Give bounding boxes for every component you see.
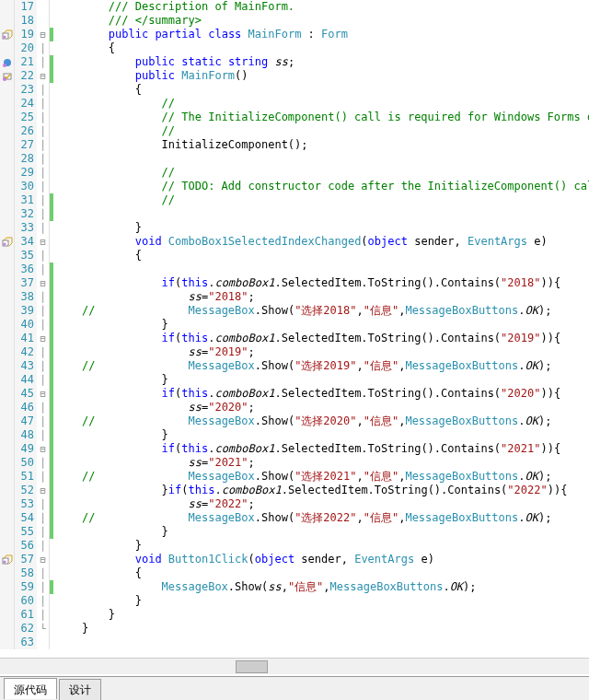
code-text[interactable]: // [53, 124, 589, 138]
code-line[interactable]: 41⊟ if(this.comboBox1.SelectedItem.ToStr… [0, 332, 589, 345]
code-line[interactable]: 43│ // MessageBox.Show("选择2019","信息",Mes… [0, 359, 589, 373]
code-line[interactable]: 51│ // MessageBox.Show("选择2021","信息",Mes… [0, 470, 589, 484]
code-line[interactable]: 53│ ss="2022"; [0, 497, 589, 511]
code-line[interactable]: 52⊟ }if(this.comboBox1.SelectedItem.ToSt… [0, 484, 589, 497]
code-text[interactable]: { [53, 41, 589, 55]
code-text[interactable]: }if(this.comboBox1.SelectedItem.ToString… [53, 484, 589, 497]
code-line[interactable]: 17 /// Description of MainForm. [0, 0, 589, 14]
code-line[interactable]: 26│ // [0, 124, 589, 138]
fold-toggle[interactable]: ⊟ [37, 442, 50, 456]
code-text[interactable]: } [53, 221, 589, 235]
fold-toggle[interactable]: ⊟ [37, 332, 50, 345]
code-line[interactable]: 58│ { [0, 566, 589, 580]
fold-toggle[interactable]: ⊟ [37, 235, 50, 249]
fold-toggle[interactable]: ⊟ [37, 387, 50, 401]
code-text[interactable]: // [53, 166, 589, 180]
code-line[interactable]: 60│ } [0, 594, 589, 608]
code-line[interactable]: 37⊟ if(this.comboBox1.SelectedItem.ToStr… [0, 276, 589, 290]
code-line[interactable]: 61│ } [0, 608, 589, 622]
code-line[interactable]: 22⊟ public MainForm() [0, 69, 589, 83]
code-editor[interactable]: 17 /// Description of MainForm.18 /// </… [0, 0, 589, 674]
tab-design[interactable]: 设计 [59, 679, 101, 700]
code-text[interactable] [53, 152, 589, 166]
code-text[interactable]: { [53, 83, 589, 97]
fold-toggle[interactable]: ⊟ [37, 69, 50, 83]
code-line[interactable]: 46│ ss="2020"; [0, 401, 589, 414]
code-line[interactable]: 21│ public static string ss; [0, 55, 589, 69]
code-line[interactable]: 33│ } [0, 221, 589, 235]
code-text[interactable]: // The InitializeComponent() call is req… [53, 111, 589, 124]
code-line[interactable]: 39│ // MessageBox.Show("选择2018","信息",Mes… [0, 304, 589, 318]
code-line[interactable]: 47│ // MessageBox.Show("选择2020","信息",Mes… [0, 414, 589, 428]
fold-toggle[interactable]: ⊟ [37, 553, 50, 566]
code-line[interactable]: 59│ MessageBox.Show(ss,"信息",MessageBoxBu… [0, 580, 589, 594]
fold-toggle[interactable]: ⊟ [37, 276, 50, 290]
code-text[interactable]: { [53, 566, 589, 580]
code-line[interactable]: 34⊟ void ComboBox1SelectedIndexChanged(o… [0, 235, 589, 249]
code-line[interactable]: 42│ ss="2019"; [0, 345, 589, 359]
code-text[interactable]: if(this.comboBox1.SelectedItem.ToString(… [53, 442, 589, 456]
code-line[interactable]: 28│ [0, 152, 589, 166]
code-line[interactable]: 31│ // [0, 193, 589, 207]
code-line[interactable]: 23│ { [0, 83, 589, 97]
fold-toggle[interactable]: ⊟ [37, 28, 50, 41]
code-line[interactable]: 56│ } [0, 539, 589, 553]
code-line[interactable]: 48│ } [0, 428, 589, 442]
code-text[interactable]: // MessageBox.Show("选择2018","信息",Message… [53, 304, 589, 318]
code-line[interactable]: 50│ ss="2021"; [0, 456, 589, 470]
code-text[interactable]: } [53, 525, 589, 539]
code-line[interactable]: 62└ } [0, 622, 589, 636]
code-text[interactable]: if(this.comboBox1.SelectedItem.ToString(… [53, 387, 589, 401]
code-text[interactable]: } [53, 318, 589, 332]
code-line[interactable]: 36│ [0, 262, 589, 276]
code-text[interactable]: // MessageBox.Show("选择2021","信息",Message… [53, 470, 589, 484]
code-text[interactable]: // MessageBox.Show("选择2022","信息",Message… [53, 511, 589, 525]
code-line[interactable]: 55│ } [0, 525, 589, 539]
code-line[interactable]: 30│ // TODO: Add constructor code after … [0, 180, 589, 193]
code-text[interactable]: } [53, 608, 589, 622]
code-text[interactable]: MessageBox.Show(ss,"信息",MessageBoxButton… [53, 580, 589, 594]
code-text[interactable]: void ComboBox1SelectedIndexChanged(objec… [53, 235, 589, 249]
code-text[interactable]: // [53, 97, 589, 111]
code-text[interactable]: ss="2022"; [53, 497, 589, 511]
code-text[interactable]: public MainForm() [53, 69, 589, 83]
code-line[interactable]: 35│ { [0, 249, 589, 262]
code-text[interactable]: } [53, 373, 589, 387]
code-text[interactable]: InitializeComponent(); [53, 138, 589, 152]
code-line[interactable]: 54│ // MessageBox.Show("选择2022","信息",Mes… [0, 511, 589, 525]
code-text[interactable]: ss="2020"; [53, 401, 589, 414]
code-text[interactable]: public static string ss; [53, 55, 589, 69]
code-line[interactable]: 40│ } [0, 318, 589, 332]
code-text[interactable]: } [53, 594, 589, 608]
code-line[interactable]: 19⊟ public partial class MainForm : Form [0, 28, 589, 41]
code-line[interactable]: 63 [0, 636, 589, 649]
code-text[interactable]: ss="2019"; [53, 345, 589, 359]
code-text[interactable]: if(this.comboBox1.SelectedItem.ToString(… [53, 332, 589, 345]
code-line[interactable]: 44│ } [0, 373, 589, 387]
code-line[interactable]: 18 /// </summary> [0, 14, 589, 28]
code-text[interactable]: ss="2021"; [53, 456, 589, 470]
code-text[interactable]: public partial class MainForm : Form [53, 28, 589, 41]
code-text[interactable] [53, 207, 589, 221]
code-line[interactable]: 29│ // [0, 166, 589, 180]
code-text[interactable]: } [53, 539, 589, 553]
code-text[interactable]: if(this.comboBox1.SelectedItem.ToString(… [53, 276, 589, 290]
code-text[interactable] [53, 636, 589, 649]
code-line[interactable]: 24│ // [0, 97, 589, 111]
code-line[interactable]: 45⊟ if(this.comboBox1.SelectedItem.ToStr… [0, 387, 589, 401]
code-text[interactable]: // [53, 193, 589, 207]
code-line[interactable]: 57⊟ void Button1Click(object sender, Eve… [0, 553, 589, 566]
code-line[interactable]: 25│ // The InitializeComponent() call is… [0, 111, 589, 124]
code-text[interactable]: void Button1Click(object sender, EventAr… [53, 553, 589, 566]
code-text[interactable]: /// </summary> [53, 14, 589, 28]
code-text[interactable] [53, 262, 589, 276]
code-text[interactable]: ss="2018"; [53, 290, 589, 304]
code-text[interactable]: } [53, 428, 589, 442]
code-text[interactable]: } [53, 622, 589, 636]
code-line[interactable]: 32│ [0, 207, 589, 221]
code-line[interactable]: 20│ { [0, 41, 589, 55]
code-line[interactable]: 38│ ss="2018"; [0, 290, 589, 304]
code-text[interactable]: // TODO: Add constructor code after the … [53, 180, 589, 193]
tab-source[interactable]: 源代码 [4, 678, 57, 699]
code-text[interactable]: /// Description of MainForm. [53, 0, 589, 14]
